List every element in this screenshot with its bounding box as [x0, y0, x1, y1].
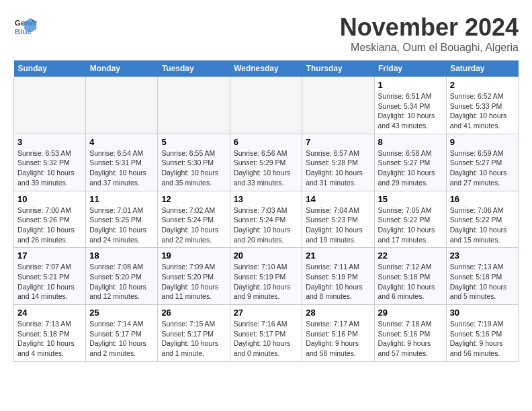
day-info: Sunrise: 6:59 AMSunset: 5:27 PMDaylight:…: [450, 148, 515, 188]
calendar-title: November 2024: [340, 13, 519, 42]
day-number: 4: [89, 137, 154, 147]
day-number: 7: [306, 137, 370, 147]
calendar-cell: [14, 77, 86, 134]
week-row-5: 24Sunrise: 7:13 AMSunset: 5:18 PMDayligh…: [14, 305, 519, 362]
calendar-cell: 11Sunrise: 7:01 AMSunset: 5:25 PMDayligh…: [86, 191, 158, 248]
calendar-cell: [302, 77, 374, 134]
week-row-2: 3Sunrise: 6:53 AMSunset: 5:32 PMDaylight…: [14, 134, 519, 191]
calendar-cell: 28Sunrise: 7:17 AMSunset: 5:16 PMDayligh…: [302, 305, 374, 362]
calendar-cell: 18Sunrise: 7:08 AMSunset: 5:20 PMDayligh…: [86, 248, 158, 305]
calendar-cell: 27Sunrise: 7:16 AMSunset: 5:17 PMDayligh…: [230, 305, 302, 362]
week-row-1: 1Sunrise: 6:51 AMSunset: 5:34 PMDaylight…: [14, 77, 519, 134]
calendar-cell: [86, 77, 158, 134]
day-number: 14: [306, 194, 370, 204]
day-info: Sunrise: 7:11 AMSunset: 5:19 PMDaylight:…: [306, 262, 370, 302]
day-info: Sunrise: 7:02 AMSunset: 5:24 PMDaylight:…: [161, 205, 226, 245]
day-info: Sunrise: 7:07 AMSunset: 5:21 PMDaylight:…: [17, 262, 82, 302]
logo: General Blue: [13, 13, 38, 38]
calendar-cell: 22Sunrise: 7:12 AMSunset: 5:18 PMDayligh…: [374, 248, 446, 305]
logo-icon: General Blue: [13, 13, 38, 38]
calendar-cell: 24Sunrise: 7:13 AMSunset: 5:18 PMDayligh…: [14, 305, 86, 362]
day-info: Sunrise: 7:01 AMSunset: 5:25 PMDaylight:…: [89, 205, 154, 245]
header-friday: Friday: [374, 60, 446, 77]
day-info: Sunrise: 7:10 AMSunset: 5:19 PMDaylight:…: [234, 262, 299, 302]
day-number: 25: [89, 308, 154, 318]
day-number: 22: [378, 250, 443, 261]
calendar-cell: 6Sunrise: 6:56 AMSunset: 5:29 PMDaylight…: [230, 134, 302, 191]
day-number: 11: [89, 194, 154, 204]
header-thursday: Thursday: [302, 60, 374, 77]
day-info: Sunrise: 7:04 AMSunset: 5:23 PMDaylight:…: [306, 205, 370, 245]
calendar-cell: 14Sunrise: 7:04 AMSunset: 5:23 PMDayligh…: [302, 191, 374, 248]
calendar-cell: 23Sunrise: 7:13 AMSunset: 5:18 PMDayligh…: [446, 248, 518, 305]
calendar-cell: 1Sunrise: 6:51 AMSunset: 5:34 PMDaylight…: [374, 77, 446, 134]
calendar-cell: 12Sunrise: 7:02 AMSunset: 5:24 PMDayligh…: [158, 191, 230, 248]
calendar-cell: 7Sunrise: 6:57 AMSunset: 5:28 PMDaylight…: [302, 134, 374, 191]
week-row-4: 17Sunrise: 7:07 AMSunset: 5:21 PMDayligh…: [14, 248, 519, 305]
header-saturday: Saturday: [446, 60, 518, 77]
week-row-3: 10Sunrise: 7:00 AMSunset: 5:26 PMDayligh…: [14, 191, 519, 248]
day-number: 24: [17, 308, 82, 318]
calendar-cell: 3Sunrise: 6:53 AMSunset: 5:32 PMDaylight…: [14, 134, 86, 191]
day-number: 9: [450, 137, 515, 147]
day-info: Sunrise: 6:56 AMSunset: 5:29 PMDaylight:…: [234, 148, 299, 188]
day-info: Sunrise: 7:13 AMSunset: 5:18 PMDaylight:…: [450, 262, 515, 302]
day-info: Sunrise: 7:12 AMSunset: 5:18 PMDaylight:…: [378, 262, 443, 302]
calendar-cell: 16Sunrise: 7:06 AMSunset: 5:22 PMDayligh…: [446, 191, 518, 248]
day-info: Sunrise: 7:05 AMSunset: 5:22 PMDaylight:…: [378, 205, 443, 245]
day-info: Sunrise: 7:03 AMSunset: 5:24 PMDaylight:…: [234, 205, 299, 245]
header-sunday: Sunday: [14, 60, 86, 77]
day-number: 13: [234, 194, 299, 204]
day-number: 28: [306, 308, 370, 318]
day-number: 30: [450, 308, 515, 318]
calendar-subtitle: Meskiana, Oum el Bouaghi, Algeria: [340, 42, 519, 54]
day-info: Sunrise: 7:15 AMSunset: 5:17 PMDaylight:…: [161, 319, 226, 359]
day-info: Sunrise: 7:08 AMSunset: 5:20 PMDaylight:…: [89, 262, 154, 302]
day-info: Sunrise: 7:00 AMSunset: 5:26 PMDaylight:…: [17, 205, 82, 245]
day-info: Sunrise: 6:58 AMSunset: 5:27 PMDaylight:…: [378, 148, 443, 188]
day-info: Sunrise: 7:14 AMSunset: 5:17 PMDaylight:…: [89, 319, 154, 359]
calendar-cell: 2Sunrise: 6:52 AMSunset: 5:33 PMDaylight…: [446, 77, 518, 134]
day-number: 12: [161, 194, 226, 204]
day-number: 17: [17, 250, 82, 261]
day-number: 16: [450, 194, 515, 204]
day-number: 23: [450, 250, 515, 261]
calendar-cell: 30Sunrise: 7:19 AMSunset: 5:16 PMDayligh…: [446, 305, 518, 362]
day-number: 2: [450, 80, 515, 90]
day-info: Sunrise: 7:16 AMSunset: 5:17 PMDaylight:…: [234, 319, 299, 359]
day-info: Sunrise: 7:13 AMSunset: 5:18 PMDaylight:…: [17, 319, 82, 359]
calendar-cell: [158, 77, 230, 134]
day-number: 1: [378, 80, 443, 90]
calendar-cell: [230, 77, 302, 134]
header-monday: Monday: [86, 60, 158, 77]
day-number: 6: [234, 137, 299, 147]
calendar-cell: 25Sunrise: 7:14 AMSunset: 5:17 PMDayligh…: [86, 305, 158, 362]
calendar-table: SundayMondayTuesdayWednesdayThursdayFrid…: [13, 60, 519, 362]
header-tuesday: Tuesday: [158, 60, 230, 77]
day-info: Sunrise: 7:19 AMSunset: 5:16 PMDaylight:…: [450, 319, 515, 359]
day-number: 18: [89, 250, 154, 261]
day-info: Sunrise: 6:57 AMSunset: 5:28 PMDaylight:…: [306, 148, 370, 188]
calendar-cell: 20Sunrise: 7:10 AMSunset: 5:19 PMDayligh…: [230, 248, 302, 305]
day-info: Sunrise: 6:53 AMSunset: 5:32 PMDaylight:…: [17, 148, 82, 188]
day-info: Sunrise: 7:09 AMSunset: 5:20 PMDaylight:…: [161, 262, 226, 302]
calendar-cell: 13Sunrise: 7:03 AMSunset: 5:24 PMDayligh…: [230, 191, 302, 248]
day-info: Sunrise: 6:55 AMSunset: 5:30 PMDaylight:…: [161, 148, 226, 188]
header: General Blue November 2024 Meskiana, Oum…: [13, 13, 519, 54]
day-number: 21: [306, 250, 370, 261]
calendar-cell: 15Sunrise: 7:05 AMSunset: 5:22 PMDayligh…: [374, 191, 446, 248]
day-number: 5: [161, 137, 226, 147]
weekday-header-row: SundayMondayTuesdayWednesdayThursdayFrid…: [14, 60, 519, 77]
day-number: 8: [378, 137, 443, 147]
day-number: 3: [17, 137, 82, 147]
header-wednesday: Wednesday: [230, 60, 302, 77]
calendar-cell: 19Sunrise: 7:09 AMSunset: 5:20 PMDayligh…: [158, 248, 230, 305]
day-info: Sunrise: 7:18 AMSunset: 5:16 PMDaylight:…: [378, 319, 443, 359]
title-area: November 2024 Meskiana, Oum el Bouaghi, …: [340, 13, 519, 54]
calendar-cell: 17Sunrise: 7:07 AMSunset: 5:21 PMDayligh…: [14, 248, 86, 305]
calendar-cell: 29Sunrise: 7:18 AMSunset: 5:16 PMDayligh…: [374, 305, 446, 362]
calendar-cell: 26Sunrise: 7:15 AMSunset: 5:17 PMDayligh…: [158, 305, 230, 362]
day-info: Sunrise: 6:51 AMSunset: 5:34 PMDaylight:…: [378, 91, 443, 131]
calendar-cell: 10Sunrise: 7:00 AMSunset: 5:26 PMDayligh…: [14, 191, 86, 248]
day-number: 29: [378, 308, 443, 318]
